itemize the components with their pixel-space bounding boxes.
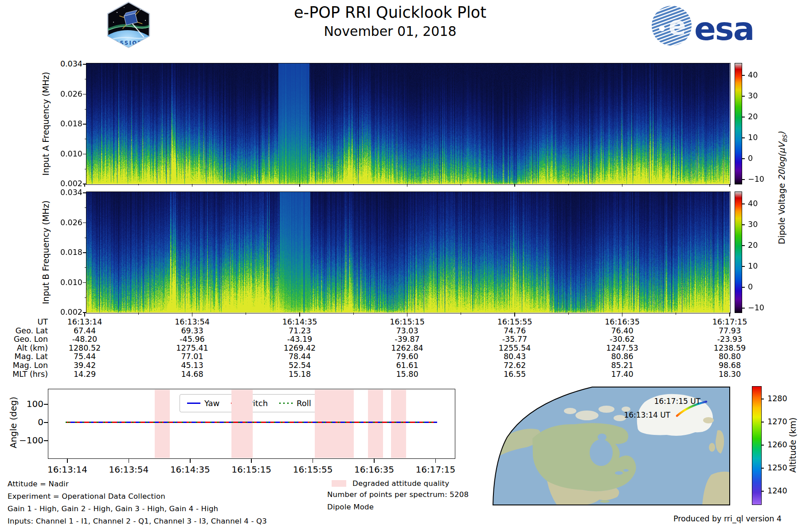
altitude-tick-mark [761,491,764,491]
angle-xtick-mark [190,459,191,463]
freq-tick-label: 0.002 [50,179,82,188]
ephemeris-cell: 39.42 [45,361,125,370]
ephemeris-cell: 1269.42 [260,344,340,352]
ephemeris-cell: 16:13:14 [45,317,125,326]
ephemeris-row-label: Geo. Lat [0,326,48,335]
angle-ytick-mark [44,404,48,405]
freq-tick-mark [83,154,86,154]
colorbar-tick-mark [742,245,745,246]
time-minor-tick-b [676,313,676,315]
time-tick-mark-b [729,313,730,317]
ephemeris-cell: 71.23 [260,326,340,335]
ephemeris-cell: 16:14:35 [260,317,340,326]
freq-minor-tick-mark [85,169,86,169]
legend-label: Roll [297,399,311,408]
dipole-colorbar-label: Dipole Voltage 20log(μVBS) [777,132,788,244]
angle-xtick-label: 16:15:15 [216,464,287,475]
altitude-tick-label: 1270 [767,417,794,426]
degraded-attitude-band [368,390,383,458]
dipole-label-close: ) [777,132,786,135]
time-tick-mark-a [729,184,730,187]
produced-by-label: Produced by rri_ql version 4 [604,514,782,523]
spectrogram-b-ylabel: Input B Frequency (MHz) [41,200,51,304]
angle-ytick-label: 0 [8,417,43,427]
time-tick-mark-b [84,313,85,317]
ephemeris-cell: 1238.59 [690,344,770,352]
ephemeris-cell: 52.54 [260,361,340,370]
altitude-colorbar [752,386,762,505]
ephemeris-cell: 80.86 [583,352,662,361]
ephemeris-cell: -45.96 [153,335,232,344]
colorbar-tick-mark [742,158,745,159]
colorbar-tick-mark [742,137,745,138]
track-start-label: 16:13:14 UT [599,411,670,419]
angle-xtick-mark [251,459,252,463]
altitude-tick-label: 1250 [767,463,794,472]
esa-globe-e: e [669,11,686,41]
altitude-tick-mark [761,468,764,468]
angle-ytick-mark [44,440,48,441]
ephemeris-cell: 1255.54 [475,344,555,352]
colorbar-tick-label: 30 [748,220,775,229]
degraded-attitude-band [231,390,253,458]
colorbar-tick-label: 30 [748,91,775,100]
legend-dotted-line-swatch [279,403,293,404]
legend-solid-line-swatch [187,403,200,404]
esa-moon-dot [659,26,665,31]
altitude-tick-label: 1280 [767,394,794,403]
angle-xtick-mark [313,459,313,463]
freq-tick-label: 0.010 [50,278,82,287]
freq-tick-mark [83,64,86,64]
colorbar-tick-mark [742,224,745,225]
colorbar-tick-label: 20 [748,112,775,121]
degraded-attitude-band [315,390,354,458]
dipole-label-text: Dipole Voltage [777,180,786,244]
points-per-spectrum-label: Number of points per spectrum: 5208 [327,490,469,499]
freq-tick-mark [83,252,86,253]
ephemeris-cell: 69.33 [153,326,232,335]
map-ireland [709,443,715,452]
freq-tick-label: 0.034 [50,59,82,68]
time-tick-mark-a [299,184,300,187]
legend-item-yaw: Yaw [187,399,219,408]
angle-xtick-mark [67,459,68,463]
time-tick-mark-a [192,184,192,187]
freq-tick-label: 0.002 [50,308,82,317]
altitude-tick-mark [761,445,764,445]
time-tick-mark-a [514,184,515,187]
time-minor-tick-b [568,313,569,315]
track-end-label: 16:17:15 UT [629,397,700,406]
time-minor-tick-b [353,313,354,315]
ephemeris-cell: 45.13 [153,361,232,370]
colorbar-tick-mark [742,75,745,75]
angle-xtick-mark [129,459,129,463]
ephemeris-cell: 77.01 [153,352,232,361]
time-tick-mark-a [84,184,85,187]
ephemeris-cell: 14.29 [45,370,125,379]
colorbar-tick-mark [742,287,745,287]
freq-tick-label: 0.018 [50,119,82,128]
freq-minor-tick-mark [85,109,86,110]
ephemeris-cell: 16:16:35 [583,317,662,326]
annotation-attitude: Attitude = Nadir [8,480,69,488]
roll-line [66,422,437,423]
ephemeris-cell: 77.93 [690,326,770,335]
ephemeris-row-label: Mag. Lat [0,352,48,361]
spectrogram-a-ylabel: Input A Frequency (MHz) [41,72,51,176]
time-minor-tick-a [568,184,569,185]
time-minor-tick-a [138,184,139,185]
dipole-mode-label: Dipole Mode [327,503,374,511]
page-subtitle: November 01, 2018 [213,23,567,39]
dipole-colorbar-b [735,192,742,313]
ephemeris-cell: 18.30 [690,370,770,379]
angle-xtick-label: 16:16:35 [339,464,410,475]
ephemeris-cell: 80.43 [475,352,555,361]
legend-item-roll: Roll [279,399,311,408]
ephemeris-cell: -35.77 [475,335,555,344]
time-minor-tick-a [246,184,246,185]
angle-xtick-label: 16:17:15 [400,464,471,475]
ephemeris-row-label: MLT (hrs) [0,370,48,379]
ephemeris-cell: 1275.41 [153,344,232,352]
degraded-quality-swatch [332,480,346,487]
freq-tick-mark [83,94,86,94]
